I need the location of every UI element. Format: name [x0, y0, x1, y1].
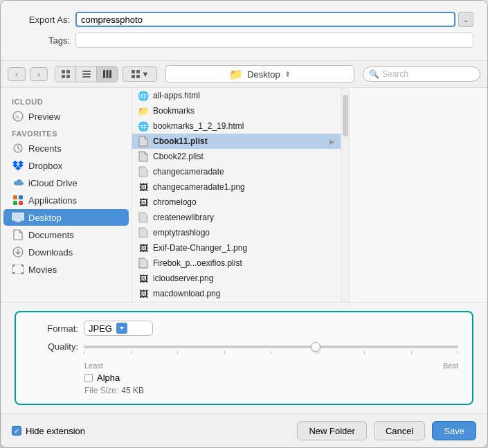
svg-rect-34 — [12, 272, 15, 274]
quality-slider-track[interactable] — [84, 346, 458, 348]
svg-rect-8 — [107, 70, 109, 78]
image-icon: 🖼 — [138, 242, 149, 253]
file-name: Exif-Date-Changer_1.png — [153, 243, 335, 253]
list-item[interactable]: 🌐 bookmarks_1_2_19.html — [132, 118, 341, 134]
sidebar-item-applications[interactable]: Applications — [3, 192, 129, 208]
tags-row: Tags: — [15, 33, 473, 48]
icloud-section-label: iCloud — [1, 93, 132, 107]
sidebar-item-downloads[interactable]: Downloads — [3, 244, 129, 260]
format-value: JPEG — [89, 323, 112, 334]
quality-labels: Least Best — [84, 361, 458, 370]
new-folder-button[interactable]: New Folder — [297, 421, 366, 440]
sidebar-item-desktop[interactable]: Desktop — [3, 209, 129, 226]
scrollbar-thumb[interactable] — [343, 95, 348, 136]
sidebar-item-preview[interactable]: A Preview — [3, 108, 129, 125]
file-name: createnewlibrary — [153, 213, 335, 222]
location-arrows: ⬍ — [284, 70, 291, 79]
downloads-icon — [12, 247, 24, 258]
svg-rect-1 — [66, 70, 70, 73]
search-placeholder: Search — [382, 69, 408, 79]
quality-best-label: Best — [443, 361, 458, 370]
file-name: emptytrashlogo — [153, 228, 335, 238]
file-name: Firebok_p...oexifios.plist — [153, 258, 335, 268]
sidebar-item-label: iCloud Drive — [28, 178, 78, 188]
location-selector[interactable]: 📁 Desktop ⬍ — [165, 65, 354, 83]
save-button[interactable]: Save — [432, 421, 476, 440]
file-icon: 🌐 — [138, 120, 149, 132]
filesize-row: File Size: 45 KB — [84, 386, 458, 395]
list-item[interactable]: Cbook11.plist ▶ — [132, 134, 341, 149]
tags-input[interactable] — [75, 33, 473, 48]
list-item[interactable]: Firebok_p...oexifios.plist — [132, 256, 341, 271]
cancel-button[interactable]: Cancel — [374, 421, 425, 440]
svg-text:A: A — [15, 114, 19, 120]
svg-rect-10 — [132, 70, 135, 73]
file-list: 🌐 all-apps.html 📁 Bookmarks 🌐 bookmarks_… — [132, 88, 341, 302]
scrollbar[interactable] — [341, 88, 349, 302]
dropbox-icon — [12, 160, 24, 171]
applications-icon — [12, 195, 24, 206]
svg-rect-9 — [109, 70, 111, 78]
file-icon — [138, 212, 149, 223]
sidebar-item-movies[interactable]: Movies — [3, 261, 129, 278]
preview-icon: A — [12, 111, 24, 122]
svg-rect-35 — [21, 272, 24, 274]
svg-rect-22 — [13, 195, 17, 199]
filesize-value: 45 KB — [121, 386, 144, 395]
slider-ticks — [84, 351, 458, 354]
list-item[interactable]: manageicloudbackup — [132, 301, 341, 302]
list-item[interactable]: 🖼 macdownload.png — [132, 286, 341, 301]
plist-icon — [138, 151, 149, 162]
list-item[interactable]: emptytrashlogo — [132, 225, 341, 240]
export-as-label: Export As: — [15, 15, 70, 25]
list-item[interactable]: 🖼 chromelogo — [132, 195, 341, 210]
export-as-input[interactable] — [75, 12, 455, 27]
list-item[interactable]: 🖼 changecameradate1.png — [132, 179, 341, 195]
search-box[interactable]: 🔍 Search — [363, 66, 480, 82]
format-select[interactable]: JPEG — [84, 321, 153, 336]
column-view-button[interactable] — [97, 66, 118, 82]
hide-extension-checkbox[interactable]: ✓ — [12, 426, 21, 436]
list-item[interactable]: Cbook22.plist — [132, 149, 341, 164]
location-chevron-button[interactable]: ⌄ — [458, 12, 473, 27]
list-item[interactable]: 🌐 all-apps.html — [132, 88, 341, 103]
list-item[interactable]: createnewlibrary — [132, 210, 341, 225]
file-name: Cbook11.plist — [153, 136, 325, 146]
quality-least-label: Least — [84, 361, 103, 370]
svg-rect-12 — [132, 75, 135, 78]
back-button[interactable]: ‹ — [8, 67, 26, 81]
file-name: changecameradate — [153, 167, 335, 177]
alpha-checkbox[interactable] — [84, 374, 93, 382]
desktop-icon — [12, 212, 24, 223]
file-icon — [138, 166, 149, 177]
svg-rect-23 — [19, 195, 23, 199]
list-view-button[interactable] — [76, 66, 97, 82]
svg-rect-25 — [19, 201, 23, 205]
svg-rect-13 — [136, 75, 140, 78]
toolbar: ‹ › — [1, 61, 487, 88]
export-dialog: Export As: ⌄ Tags: ‹ › — [0, 0, 488, 448]
forward-button[interactable]: › — [30, 67, 48, 81]
format-row: Format: JPEG — [30, 321, 458, 336]
alpha-label: Alpha — [97, 373, 120, 383]
svg-rect-6 — [82, 76, 91, 78]
list-item[interactable]: 🖼 icloudserver.png — [132, 271, 341, 286]
export-as-row: Export As: ⌄ — [15, 12, 473, 27]
action-button[interactable]: ▼ — [123, 66, 157, 82]
options-inner: Format: JPEG Quality: — [15, 311, 473, 405]
sidebar-item-dropbox[interactable]: Dropbox — [3, 157, 129, 174]
file-name: bookmarks_1_2_19.html — [153, 121, 335, 131]
list-item[interactable]: 📁 Bookmarks — [132, 103, 341, 118]
list-item[interactable]: 🖼 Exif-Date-Changer_1.png — [132, 240, 341, 256]
quality-slider-thumb[interactable] — [311, 342, 320, 352]
sidebar-item-icloud-drive[interactable]: iCloud Drive — [3, 174, 129, 191]
bottom-bar: ✓ Hide extension New Folder Cancel Save — [1, 413, 487, 447]
sidebar-item-recents[interactable]: Recents — [3, 140, 129, 156]
hide-extension-checkbox-row: ✓ Hide extension — [12, 426, 85, 436]
list-item[interactable]: changecameradate — [132, 164, 341, 179]
sidebar-item-documents[interactable]: Documents — [3, 226, 129, 243]
expand-arrow-icon: ▶ — [329, 138, 335, 145]
icon-view-button[interactable] — [55, 66, 76, 82]
icloud-drive-icon — [12, 177, 24, 188]
file-name: macdownload.png — [153, 289, 335, 298]
